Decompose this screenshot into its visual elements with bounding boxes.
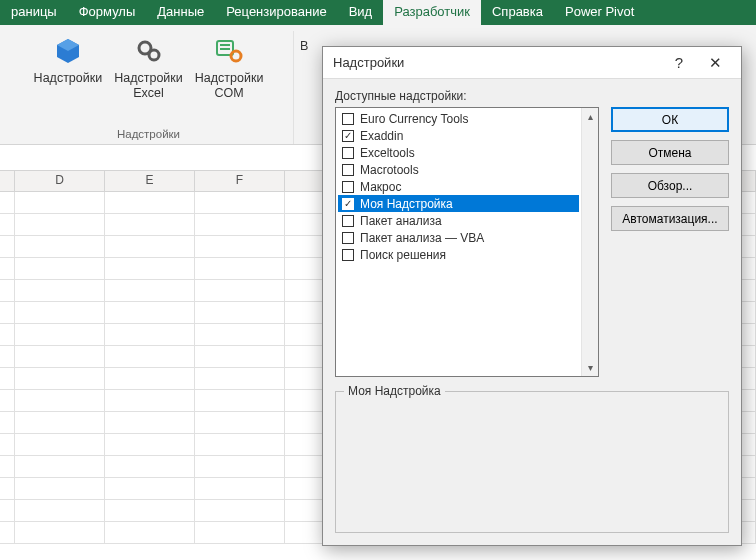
list-item[interactable]: Пакет анализа — VBA [338,229,579,246]
browse-button[interactable]: Обзор... [611,173,729,198]
cell[interactable] [195,390,285,411]
checkbox[interactable] [342,249,354,261]
list-item[interactable]: Exaddin [338,127,579,144]
col-header-F[interactable]: F [195,171,285,191]
col-header-E[interactable]: E [105,171,195,191]
cell[interactable] [195,434,285,455]
cell[interactable] [0,478,15,499]
checkbox[interactable] [342,181,354,193]
cell[interactable] [15,434,105,455]
list-item[interactable]: Моя Надстройка [338,195,579,212]
scroll-down-icon[interactable]: ▾ [582,359,598,376]
cell[interactable] [105,214,195,235]
cell[interactable] [15,236,105,257]
cell[interactable] [0,390,15,411]
ribbon-partial-button[interactable]: В [294,31,308,144]
cell[interactable] [15,258,105,279]
cell[interactable] [105,368,195,389]
cell[interactable] [195,192,285,213]
cell[interactable] [195,280,285,301]
scrollbar[interactable]: ▴ ▾ [581,108,598,376]
cell[interactable] [15,412,105,433]
ok-button[interactable]: ОК [611,107,729,132]
cell[interactable] [195,258,285,279]
cell[interactable] [0,192,15,213]
cell[interactable] [0,368,15,389]
cell[interactable] [195,236,285,257]
tab-рецензирование[interactable]: Рецензирование [215,0,337,25]
close-button[interactable]: ✕ [697,49,733,77]
automation-button[interactable]: Автоматизация... [611,206,729,231]
cell[interactable] [195,214,285,235]
cell[interactable] [0,412,15,433]
cell[interactable] [105,236,195,257]
tab-power-pivot[interactable]: Power Pivot [554,0,645,25]
cell[interactable] [15,346,105,367]
cell[interactable] [105,302,195,323]
cell[interactable] [195,478,285,499]
cell[interactable] [0,280,15,301]
checkbox[interactable] [342,215,354,227]
cell[interactable] [105,192,195,213]
tab-формулы[interactable]: Формулы [68,0,147,25]
tab-раницы[interactable]: раницы [0,0,68,25]
cell[interactable] [195,324,285,345]
checkbox[interactable] [342,164,354,176]
cell[interactable] [0,258,15,279]
tab-вид[interactable]: Вид [338,0,384,25]
cell[interactable] [15,214,105,235]
cell[interactable] [0,434,15,455]
cell[interactable] [15,522,105,543]
cell[interactable] [15,500,105,521]
list-item[interactable]: Exceltools [338,144,579,161]
list-item[interactable]: Поиск решения [338,246,579,263]
cell[interactable] [105,522,195,543]
dialog-titlebar[interactable]: Надстройки ? ✕ [323,47,741,79]
cell[interactable] [105,258,195,279]
list-item[interactable]: Пакет анализа [338,212,579,229]
tab-разработчик[interactable]: Разработчик [383,0,481,25]
help-button[interactable]: ? [661,49,697,77]
cell[interactable] [15,478,105,499]
cell[interactable] [195,412,285,433]
cell[interactable] [105,478,195,499]
cell[interactable] [15,324,105,345]
checkbox[interactable] [342,232,354,244]
com-addins-button[interactable]: Надстройки COM [189,31,270,103]
cell[interactable] [105,412,195,433]
cell[interactable] [15,456,105,477]
addins-list[interactable]: Euro Currency ToolsExaddinExceltoolsMacr… [335,107,599,377]
cell[interactable] [195,302,285,323]
cell[interactable] [105,280,195,301]
cell[interactable] [0,500,15,521]
tab-данные[interactable]: Данные [146,0,215,25]
cell[interactable] [105,324,195,345]
cell[interactable] [0,346,15,367]
checkbox[interactable] [342,113,354,125]
checkbox[interactable] [342,130,354,142]
cell[interactable] [105,500,195,521]
cell[interactable] [195,346,285,367]
col-header-D[interactable]: D [15,171,105,191]
cell[interactable] [0,302,15,323]
cell[interactable] [0,214,15,235]
cell[interactable] [105,434,195,455]
cell[interactable] [105,390,195,411]
scroll-up-icon[interactable]: ▴ [582,108,598,125]
excel-addins-button[interactable]: Надстройки Excel [108,31,189,103]
checkbox[interactable] [342,198,354,210]
tab-справка[interactable]: Справка [481,0,554,25]
list-item[interactable]: Euro Currency Tools [338,110,579,127]
cell[interactable] [195,456,285,477]
cell[interactable] [15,192,105,213]
list-item[interactable]: Macrotools [338,161,579,178]
cell[interactable] [105,456,195,477]
cell[interactable] [15,280,105,301]
cell[interactable] [15,302,105,323]
list-item[interactable]: Макрос [338,178,579,195]
addins-button[interactable]: Надстройки [28,31,109,88]
cancel-button[interactable]: Отмена [611,140,729,165]
checkbox[interactable] [342,147,354,159]
cell[interactable] [0,324,15,345]
cell[interactable] [195,368,285,389]
